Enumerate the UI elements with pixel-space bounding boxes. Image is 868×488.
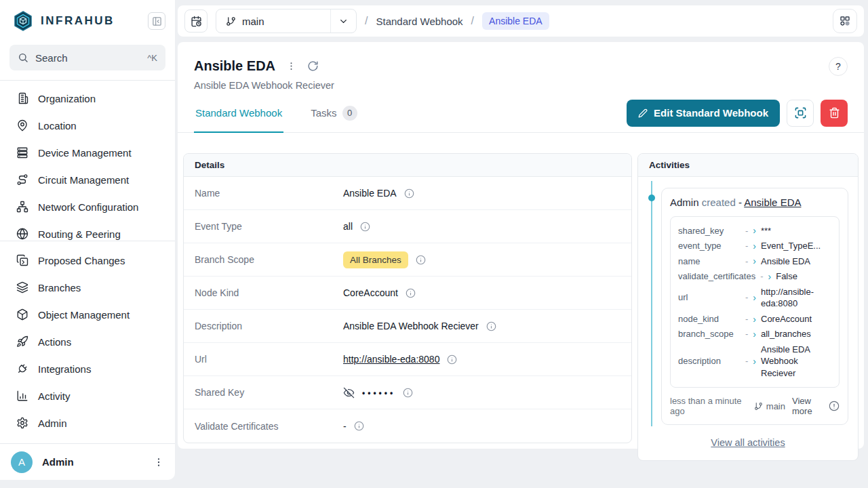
help-button[interactable]: ? [829,57,848,76]
diff-row-validate-certificates: validate_certificates - › False [678,269,831,285]
tab-label: Standard Webhook [195,107,282,119]
info-icon[interactable] [403,388,413,398]
detail-value: all [343,221,353,232]
schema-icon[interactable] [833,9,857,33]
info-icon[interactable] [360,222,370,232]
chevron-right-icon: › [753,241,756,251]
info-icon[interactable] [447,354,457,365]
activity-branch: main [754,401,785,411]
detail-row-shared-key: Shared Key •••••• [184,376,631,409]
detail-row-event-type: Event Type all [184,210,631,243]
diff-new-value: Event_TypeE... [761,240,831,252]
sidebar-item-network-configuration[interactable]: Network Configuration [0,193,175,220]
sidebar-item-actions[interactable]: Actions [0,328,175,355]
view-more-link[interactable]: View more [792,396,822,416]
delete-button[interactable] [821,100,848,127]
top-bar: main / Standard Webhook / Ansible EDA [178,5,864,37]
url-link[interactable]: http://ansible-eda:8080 [343,354,439,365]
info-icon[interactable] [486,321,496,331]
branch-name: main [242,16,264,27]
sidebar-item-location[interactable]: Location [0,112,175,139]
diff-key: shared_key [678,225,741,237]
eye-off-icon[interactable] [343,387,355,399]
refresh-icon[interactable] [307,60,319,72]
sidebar-item-device-management[interactable]: Device Management [0,139,175,166]
collapse-sidebar-icon[interactable] [148,12,165,30]
activities-panel-title: Activities [638,154,858,177]
edit-button-label: Edit Standard Webhook [654,107,768,119]
sidebar-item-routing-peering[interactable]: Routing & Peering [0,220,175,241]
diff-row-name: name - › Ansible EDA [678,253,831,269]
info-icon[interactable] [416,255,426,265]
diff-new-value: False [776,270,831,283]
breadcrumb-separator: / [365,15,368,27]
activity-timestamp: less than a minute ago [670,396,747,416]
title-kebab-icon[interactable] [286,61,296,71]
branch-selector[interactable]: main [216,9,357,33]
timeline-dot [648,195,655,201]
sidebar-item-label: Integrations [38,363,91,375]
view-all-activities-link[interactable]: View all activities [711,437,785,448]
detail-value: CoreAccount [343,287,398,298]
export-object-button[interactable] [787,100,814,127]
sidebar-item-circuit-management[interactable]: Circuit Management [0,166,175,193]
branch-selector-value: main [216,9,330,33]
map-pin-icon [16,119,28,131]
sidebar-item-label: Actions [38,336,71,348]
activity-card: Admin created - Ansible EDA shared_key -… [661,188,848,425]
detail-row-node-kind: Node Kind CoreAccount [184,277,631,310]
tab-tasks[interactable]: Tasks 0 [309,94,358,132]
breadcrumb-parent[interactable]: Standard Webhook [376,16,462,27]
search-placeholder: Search [35,52,68,64]
sidebar-item-object-management[interactable]: Object Management [0,301,175,328]
user-name: Admin [42,456,74,468]
activity-footer: less than a minute ago main View more [670,396,840,416]
sidebar-item-activity[interactable]: Activity [0,382,175,409]
globe-icon [16,228,28,240]
diff-old-value: - [745,355,748,367]
sidebar-item-proposed-changes[interactable]: Proposed Changes [0,247,175,274]
search-input[interactable]: Search ^K [9,45,165,70]
calendar-clock-icon[interactable] [184,9,208,33]
chevron-right-icon: › [753,357,756,366]
diff-old-value: - [745,291,748,304]
plug-icon [16,363,28,375]
tab-standard-webhook[interactable]: Standard Webhook [194,94,283,132]
alert-circle-icon[interactable] [829,401,840,411]
activity-separator: - [738,197,742,208]
git-branch-icon [754,402,763,411]
branch-scope-badge: All Branches [343,251,408,268]
activity-object-link[interactable]: Ansible EDA [744,197,801,208]
details-panel: Details Name Ansible EDA Event Type all … [183,153,632,443]
diff-old-value: - [745,313,748,325]
sidebar-item-admin[interactable]: Admin [0,409,175,436]
sidebar-item-label: Branches [38,282,81,293]
sidebar-item-organization[interactable]: Organization [0,85,175,112]
user-kebab-icon[interactable] [153,457,164,468]
diff-row-branch-scope: branch_scope - › all_branches [678,327,831,342]
info-icon[interactable] [404,188,414,199]
sidebar-item-label: Device Management [38,147,132,159]
diff-old-value: - [745,225,748,237]
edit-standard-webhook-button[interactable]: Edit Standard Webhook [627,100,780,127]
activity-author: Admin [670,197,699,208]
tab-label: Tasks [311,107,336,119]
diff-old-value: - [745,328,748,340]
sidebar-item-branches[interactable]: Branches [0,274,175,301]
chevron-down-icon[interactable] [330,9,356,33]
detail-label: Event Type [195,221,343,232]
sidebar-item-integrations[interactable]: Integrations [0,355,175,382]
building-icon [16,92,28,104]
info-icon[interactable] [406,288,416,298]
sidebar-item-label: Proposed Changes [38,255,125,266]
brand-name: INFRAHUB [41,14,115,28]
chevron-right-icon: › [753,256,756,266]
page-header: Ansible EDA ? Ansible EDA Webhook Reciev… [178,42,864,91]
breadcrumb-current[interactable]: Ansible EDA [482,12,549,30]
detail-label: Description [195,321,343,331]
detail-label: Name [195,188,343,199]
info-icon[interactable] [354,421,364,431]
user-menu[interactable]: A Admin [0,443,175,480]
details-panel-title: Details [184,154,631,177]
git-branch-icon [226,16,236,26]
